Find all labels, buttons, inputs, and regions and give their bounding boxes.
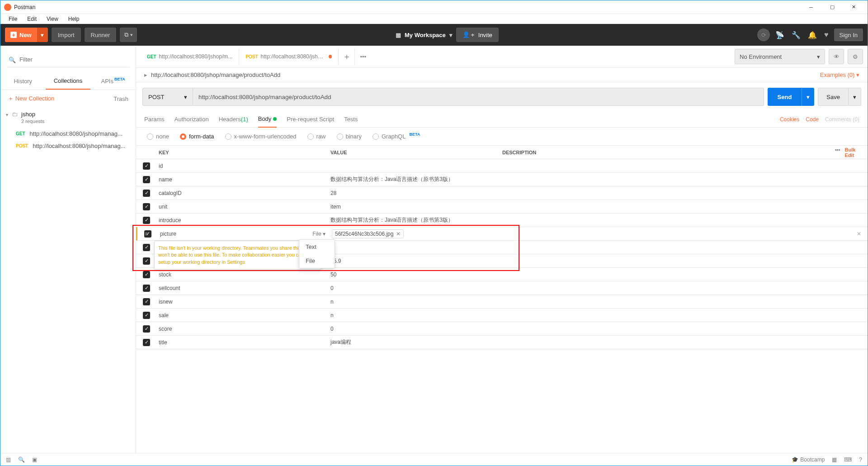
row-value[interactable]: n (330, 312, 334, 319)
add-tab-button[interactable]: ＋ (339, 48, 355, 65)
row-key[interactable]: sellcount (159, 285, 180, 291)
row-key[interactable]: catalogID (159, 190, 182, 196)
filter-input[interactable] (7, 52, 129, 67)
environment-select[interactable]: No Environment ▾ (735, 49, 825, 64)
reqtab-prerequest[interactable]: Pre-request Script (287, 111, 334, 128)
table-row[interactable]: ✓unititem (136, 200, 868, 214)
remove-file-icon[interactable]: ✕ (396, 231, 401, 237)
sidebar-tab-collections[interactable]: Collections (46, 73, 91, 90)
row-checkbox[interactable]: ✓ (143, 271, 150, 278)
bodytype-raw[interactable]: raw (307, 133, 326, 140)
table-row[interactable]: ✓score0 (136, 322, 868, 336)
save-button[interactable]: Save (818, 88, 849, 106)
tab-more-button[interactable]: ••• (355, 53, 371, 60)
row-value[interactable]: 数据结构与算法分析：Java语言描述（原书第3版） (330, 217, 453, 223)
workspace-dropdown-icon[interactable]: ▾ (449, 32, 453, 38)
table-row[interactable]: ✓titlejava编程 (136, 336, 868, 349)
row-value[interactable]: java编程 (330, 339, 351, 345)
menu-help[interactable]: Help (64, 15, 84, 23)
menu-edit[interactable]: Edit (23, 15, 41, 23)
satellite-icon[interactable]: 📡 (774, 29, 786, 41)
row-key[interactable]: title (159, 339, 167, 346)
row-checkbox[interactable]: ✓ (143, 285, 150, 292)
invite-button[interactable]: 👤＋Invite (456, 28, 499, 42)
bodytype-formdata[interactable]: form-data (180, 133, 214, 140)
sidebar-toggle-icon[interactable]: ▥ (6, 456, 11, 463)
heart-icon[interactable]: ♥ (822, 29, 830, 41)
menu-file[interactable]: File (4, 15, 22, 23)
drag-handle-icon[interactable]: ≡ (145, 231, 148, 237)
table-row[interactable]: ✓catalogID28 (136, 186, 868, 200)
bodytype-graphql[interactable]: GraphQLBETA (373, 133, 420, 140)
row-value[interactable]: n (330, 299, 334, 305)
table-row[interactable]: ✓id (136, 159, 868, 173)
url-input[interactable] (193, 88, 764, 106)
table-row[interactable]: ✓salen (136, 309, 868, 322)
field-type-select[interactable]: File ▾ (312, 231, 326, 237)
row-key[interactable]: isnew (159, 299, 173, 305)
method-select[interactable]: POST ▾ (142, 88, 193, 106)
trash-link[interactable]: Trash (113, 95, 128, 102)
send-dropdown-button[interactable]: ▾ (802, 88, 814, 106)
row-checkbox[interactable]: ✓ (143, 203, 150, 210)
window-minimize-button[interactable]: ─ (801, 1, 821, 14)
row-checkbox[interactable]: ✓ (143, 176, 150, 183)
request-item-post[interactable]: POST http://localhost:8080/jshop/manag..… (0, 140, 136, 152)
row-checkbox[interactable]: ✓ (143, 339, 150, 346)
row-checkbox[interactable]: ✓ (143, 190, 150, 197)
reqtab-params[interactable]: Params (144, 111, 165, 128)
bulk-edit-link[interactable]: Bulk Edit (845, 147, 861, 158)
row-key[interactable]: sale (159, 312, 169, 319)
delete-row-icon[interactable]: ✕ (857, 231, 861, 237)
new-button-dropdown[interactable]: ▾ (37, 28, 48, 42)
comments-link[interactable]: Comments (0) (825, 116, 859, 123)
code-link[interactable]: Code (806, 116, 819, 123)
bell-icon[interactable]: 🔔 (806, 29, 819, 41)
signin-button[interactable]: Sign In (834, 29, 863, 41)
row-value[interactable]: 50 (330, 271, 336, 278)
sidebar-tab-history[interactable]: History (0, 73, 46, 90)
reqtab-body[interactable]: Body (258, 111, 277, 128)
table-row[interactable]: ✓name数据结构与算法分析：Java语言描述（原书第3版） (136, 173, 868, 186)
wrench-icon[interactable]: 🔧 (790, 29, 802, 41)
row-key[interactable]: picture (160, 231, 176, 237)
sidebar-tab-apis[interactable]: APIsBETA (90, 73, 136, 90)
table-row[interactable]: ✓≡pictureFile ▾56f25c46Nc3b3c506.jpg✕✕ (136, 227, 868, 241)
dropdown-option-text[interactable]: Text (299, 240, 335, 254)
row-value[interactable]: 28 (330, 190, 336, 196)
request-item-get[interactable]: GET http://localhost:8080/jshop/manag... (0, 128, 136, 140)
env-quicklook-button[interactable]: 👁 (829, 49, 844, 64)
row-value[interactable]: 0 (330, 326, 334, 332)
reqtab-tests[interactable]: Tests (344, 111, 358, 128)
bootcamp-link[interactable]: 🎓 Bootcamp (792, 456, 825, 463)
file-chip[interactable]: 56f25c46Nc3b3c506.jpg✕ (332, 229, 404, 238)
request-tab[interactable]: GET http://localhost:8080/jshop/m... (141, 48, 239, 65)
row-checkbox[interactable]: ✓ (143, 162, 150, 170)
workspace-name[interactable]: My Workspace (405, 32, 446, 38)
row-key[interactable]: score (159, 326, 172, 332)
table-more-icon[interactable]: ••• (835, 147, 840, 158)
row-key[interactable]: name (159, 176, 172, 183)
row-key[interactable]: stock (159, 271, 171, 278)
cookies-link[interactable]: Cookies (780, 116, 799, 123)
dropdown-option-file[interactable]: File (299, 254, 335, 268)
window-maximize-button[interactable]: ▢ (822, 1, 843, 14)
row-checkbox[interactable]: ✓ (143, 325, 150, 333)
new-collection-link[interactable]: ＋ New Collection (8, 95, 54, 103)
bodytype-none[interactable]: none (147, 133, 169, 140)
sync-icon[interactable]: ⟳ (757, 29, 770, 41)
table-row[interactable]: ✓introduce数据结构与算法分析：Java语言描述（原书第3版） (136, 214, 868, 227)
save-dropdown-button[interactable]: ▾ (849, 88, 861, 106)
send-button[interactable]: Send (768, 88, 802, 106)
bodytype-binary[interactable]: binary (337, 133, 362, 140)
import-button[interactable]: Import (52, 28, 81, 42)
window-close-button[interactable]: ✕ (843, 1, 864, 14)
console-icon[interactable]: ▣ (32, 456, 37, 463)
runner-button[interactable]: Runner (85, 28, 117, 42)
chevron-right-icon[interactable]: ▸ (144, 71, 147, 78)
reqtab-authorization[interactable]: Authorization (175, 111, 209, 128)
row-key[interactable]: id (159, 163, 163, 169)
env-settings-button[interactable]: ⚙ (848, 49, 863, 64)
collection-item[interactable]: ▾ 🗀 jshop 2 requests (0, 107, 136, 128)
table-row[interactable]: ✓sellcount0 (136, 281, 868, 295)
